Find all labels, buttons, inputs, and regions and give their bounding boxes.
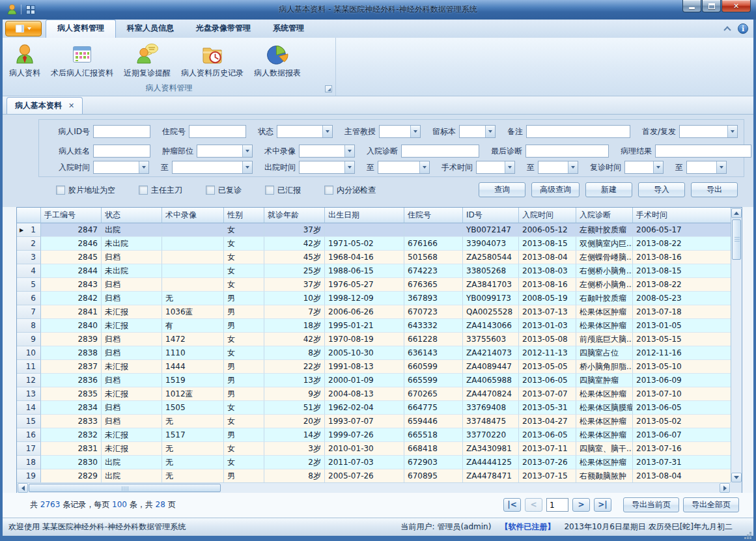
discharge-date-from-combobox[interactable] [299, 161, 355, 174]
admission-date-from-combobox[interactable] [93, 161, 149, 174]
ribbon-button-followup-reminder[interactable]: 近期复诊提醒 [119, 40, 176, 80]
chevron-down-icon[interactable] [344, 161, 354, 173]
scroll-down-button[interactable] [731, 473, 742, 482]
close-tab-icon[interactable]: ✕ [68, 102, 74, 110]
admission-diagnosis-input[interactable] [401, 145, 479, 158]
table-row[interactable]: ▶12847出院女37岁YB00721472006-05-12左额叶胶质瘤200… [17, 223, 742, 237]
pathology-result-input[interactable] [655, 145, 751, 158]
table-row[interactable]: 32845归档女45岁1968-04-16501568ZA25805442013… [17, 251, 742, 264]
chevron-down-icon[interactable] [419, 161, 429, 173]
table-row[interactable]: 152833归档无女20岁1993-07-0765944633748475201… [17, 415, 742, 428]
patient-name-input[interactable] [93, 145, 150, 158]
page-number-input[interactable] [546, 498, 568, 512]
scroll-left-button[interactable] [18, 483, 28, 493]
scroll-up-button[interactable] [731, 208, 742, 218]
table-row[interactable]: 82840未汇报有男18岁1995-01-21643332ZA414306620… [17, 319, 742, 333]
collapse-ribbon-icon[interactable] [723, 26, 731, 33]
ribbon-button-patient-history[interactable]: 病人资料历史记录 [176, 40, 249, 80]
patient-id-input[interactable] [93, 125, 150, 138]
discharge-date-to-combobox[interactable] [378, 161, 430, 174]
table-row[interactable]: 162832未汇报1517男14岁1999-07-266655183377022… [17, 428, 742, 442]
resize-grip[interactable] [749, 532, 751, 534]
chevron-down-icon[interactable] [727, 126, 737, 137]
chief-surgeon-checkbox[interactable]: 主任主刀 [139, 185, 182, 196]
column-header-age-at-visit[interactable]: 就诊年龄 [264, 208, 325, 223]
table-row[interactable]: 172831未汇报无女3岁2010-01-30668418ZA343098120… [17, 442, 742, 456]
table-row[interactable]: 192829出院无男8岁2005-07-26670895ZA4478471201… [17, 469, 742, 483]
dialog-launcher-icon[interactable] [325, 85, 332, 92]
surgery-date-to-combobox[interactable] [538, 161, 578, 174]
query-button[interactable]: 查询 [479, 182, 525, 197]
table-row[interactable]: 182830出院无女2岁2011-07-03672903ZA4444125201… [17, 456, 742, 469]
info-icon[interactable]: i [738, 23, 748, 34]
column-header-admission-date[interactable]: 入院时间 [519, 208, 576, 223]
chevron-down-icon[interactable] [505, 161, 514, 173]
ribbon-tab-disc-video-management[interactable]: 光盘录像带管理 [185, 20, 262, 38]
chevron-down-icon[interactable] [485, 126, 495, 137]
chevron-down-icon[interactable] [653, 161, 663, 173]
registered-link[interactable]: 【软件已注册】 [500, 518, 555, 535]
tab-patient-basic-info[interactable]: 病人基本资料 ✕ [7, 97, 83, 114]
maximize-button[interactable] [702, 0, 721, 12]
next-page-button[interactable]: > [572, 498, 590, 512]
chevron-down-icon[interactable] [139, 161, 148, 173]
surgery-date-from-combobox[interactable] [476, 161, 515, 174]
followup-date-from-combobox[interactable] [624, 161, 664, 174]
table-row[interactable]: 22846未出院女42岁1971-05-02676166339040732013… [17, 237, 742, 251]
column-header-id-no[interactable]: ID号 [463, 208, 519, 223]
table-row[interactable]: 52843归档女37岁1976-05-27676365ZA38417032013… [17, 278, 742, 292]
first-or-recurrence-combobox[interactable] [679, 125, 738, 138]
status-combobox[interactable] [277, 125, 333, 138]
chevron-down-icon[interactable] [716, 161, 726, 173]
followed-up-checkbox[interactable]: 已复诊 [206, 185, 242, 196]
chevron-down-icon[interactable] [242, 145, 252, 157]
column-header-status[interactable]: 状态 [102, 208, 162, 223]
final-diagnosis-input[interactable] [525, 145, 609, 158]
table-row[interactable]: 142834归档1505女51岁1962-02-0466477533769408… [17, 401, 742, 415]
ribbon-button-patient-data[interactable]: 病人资料 [4, 40, 46, 80]
column-header-manual-no[interactable]: 手工编号 [41, 208, 102, 223]
ribbon-button-postop-report-data[interactable]: 术后病人汇报资料 [46, 40, 119, 80]
column-header-row-indicator[interactable] [17, 208, 41, 223]
reported-checkbox[interactable]: 已汇报 [265, 185, 301, 196]
minimize-button[interactable] [682, 0, 701, 12]
previous-page-button[interactable]: < [525, 498, 542, 512]
scroll-right-button[interactable] [720, 483, 730, 493]
vertical-scrollbar[interactable] [731, 208, 742, 483]
remark-input[interactable] [526, 125, 630, 138]
table-row[interactable]: 92839归档1472女42岁1970-08-19661228337556032… [17, 333, 742, 346]
tumor-site-combobox[interactable] [197, 145, 253, 158]
import-button[interactable]: 导入 [638, 182, 685, 197]
table-row[interactable]: 42844未出院女25岁1988-06-15674223338052682013… [17, 264, 742, 278]
film-address-empty-checkbox[interactable]: 胶片地址为空 [56, 185, 115, 196]
advanced-query-button[interactable]: 高级查询 [531, 182, 580, 197]
new-button[interactable]: 新建 [585, 182, 632, 197]
ribbon-tab-patient-data-management[interactable]: 病人资料管理 [46, 20, 116, 38]
close-button[interactable]: ✕ [721, 0, 751, 12]
endocrine-exam-checkbox[interactable]: 内分泌检查 [324, 185, 376, 196]
horizontal-scrollbar[interactable] [17, 482, 731, 493]
column-header-admission-diagnosis[interactable]: 入院诊断 [576, 208, 633, 223]
admission-date-to-combobox[interactable] [172, 161, 253, 174]
export-current-page-button[interactable]: 导出当前页 [623, 497, 679, 512]
title-bar[interactable]: 病人基本资料 - 某某医院神经外科-神经外科数据管理系统 ✕ [0, 0, 756, 20]
table-row[interactable]: 72841未汇报1036蓝男7岁2006-06-26670723QA002552… [17, 305, 742, 319]
last-page-button[interactable]: >| [594, 498, 611, 512]
chevron-down-icon[interactable] [410, 126, 420, 137]
column-header-birth-date[interactable]: 出生日期 [325, 208, 404, 223]
horizontal-scrollbar-thumb[interactable] [29, 484, 221, 492]
table-row[interactable]: 122836归档1519男13岁2000-01-09665599ZA406598… [17, 374, 742, 387]
vertical-scrollbar-thumb[interactable] [732, 219, 741, 260]
ribbon-button-patient-reports[interactable]: 病人数据报表 [249, 40, 306, 80]
ribbon-tab-department-staff[interactable]: 科室人员信息 [116, 20, 185, 38]
chevron-down-icon[interactable] [568, 161, 578, 173]
table-row[interactable]: 112837未汇报1444男22岁1991-08-13660599ZA40894… [17, 360, 742, 374]
export-button[interactable]: 导出 [691, 182, 738, 197]
column-header-surgery-date[interactable]: 手术时间 [633, 208, 731, 223]
table-row[interactable]: 132835未汇报1012蓝男9岁2004-08-13670265ZA44708… [17, 387, 742, 401]
chevron-down-icon[interactable] [322, 126, 332, 137]
admission-no-input[interactable] [189, 125, 246, 138]
chevron-down-icon[interactable] [344, 145, 354, 157]
professor-combobox[interactable] [379, 125, 421, 138]
followup-date-to-combobox[interactable] [686, 161, 727, 174]
